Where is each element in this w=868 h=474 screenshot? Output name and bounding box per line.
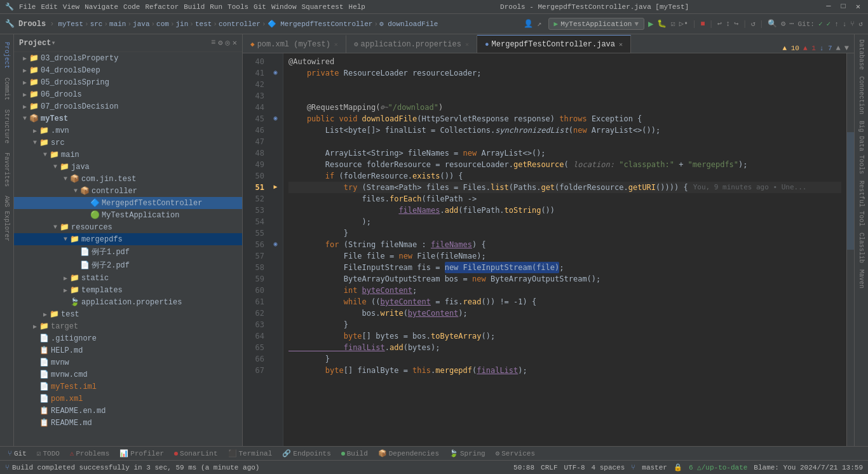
tree-item-04drools[interactable]: ▶ 📁 04_droolsDeep xyxy=(14,64,242,76)
status-encoding[interactable]: UTF-8 xyxy=(564,464,585,471)
status-line-sep[interactable]: CRLF xyxy=(541,464,557,471)
bc-src[interactable]: src xyxy=(90,20,103,28)
tree-item-target[interactable]: ▶ 📁 target xyxy=(14,320,242,332)
bc-com[interactable]: com xyxy=(156,20,169,28)
more-button[interactable]: ⋯ xyxy=(789,19,794,29)
maximize-button[interactable]: □ xyxy=(839,2,848,11)
project-locate[interactable]: ◎ xyxy=(226,38,230,48)
tree-item-readme[interactable]: ▶ 📋 README.md xyxy=(14,417,242,429)
minimize-button[interactable]: ─ xyxy=(824,2,833,11)
bc-mytest[interactable]: myTest xyxy=(58,20,83,28)
tree-item-file2[interactable]: ▶ 📄 例子2.pdf xyxy=(14,259,242,272)
tree-item-file1[interactable]: ▶ 📄 例子1.pdf xyxy=(14,245,242,259)
bc-java[interactable]: java xyxy=(133,20,149,28)
menu-code[interactable]: Code xyxy=(123,3,140,11)
tree-item-mvn[interactable]: ▶ 📁 .mvn xyxy=(14,125,242,137)
right-sidebar-connection[interactable]: Connection xyxy=(857,74,866,117)
bottom-tab-sonar[interactable]: SonarLint xyxy=(169,449,222,459)
right-sidebar-database[interactable]: Database xyxy=(857,37,866,72)
tree-item-main[interactable]: ▼ 📁 main xyxy=(14,149,242,161)
sidebar-icon-project[interactable]: Project xyxy=(2,39,11,71)
bottom-tab-services[interactable]: ⚙ Services xyxy=(491,448,540,459)
tab-pom[interactable]: ◆ pom.xml (myTest) ✕ xyxy=(243,35,346,53)
bc-main[interactable]: main xyxy=(109,20,126,28)
tree-item-07drools[interactable]: ▶ 📁 07_droolsDecision xyxy=(14,100,242,112)
step-over-button[interactable]: ↩ xyxy=(717,19,722,29)
menu-navigate[interactable]: Navigate xyxy=(85,3,118,11)
tab-down-arrow[interactable]: ▼ xyxy=(844,44,849,53)
git-up[interactable]: ↑ xyxy=(834,20,839,28)
tree-item-mergepdf-ctrl[interactable]: ▶ 🔷 MergepdfTestController xyxy=(14,197,242,209)
vcs-icon[interactable]: 👤 xyxy=(524,19,533,29)
git-down[interactable]: ↓ xyxy=(843,20,847,28)
tree-item-pom[interactable]: ▶ 📄 pom.xml xyxy=(14,393,242,405)
tree-item-mvnw-cmd[interactable]: ▶ 📄 mvnw.cmd xyxy=(14,369,242,381)
bottom-tab-problems[interactable]: ⚠ Problems xyxy=(65,448,114,459)
tree-item-src[interactable]: ▼ 📁 src xyxy=(14,137,242,149)
bc-test[interactable]: test xyxy=(195,20,212,28)
project-dropdown[interactable]: ▾ xyxy=(51,38,55,48)
menu-file[interactable]: File xyxy=(19,3,36,11)
right-sidebar-classlib[interactable]: Classlib xyxy=(857,230,866,266)
tree-item-resources[interactable]: ▼ 📁 resources xyxy=(14,221,242,233)
coverage-button[interactable]: ☑ xyxy=(670,19,675,29)
tab-ctrl-close[interactable]: ✕ xyxy=(619,41,623,48)
step-out-button[interactable]: ↪ xyxy=(734,19,738,29)
tree-item-mytest-app[interactable]: ▶ 🟢 MyTestApplication xyxy=(14,209,242,221)
git-revert[interactable]: ↺ xyxy=(858,20,863,28)
bottom-tab-build[interactable]: Build xyxy=(336,449,373,459)
tree-item-app-props[interactable]: ▶ 🍃 application.properties xyxy=(14,296,242,308)
status-line-col[interactable]: 50:88 xyxy=(513,464,534,471)
bottom-tab-deps[interactable]: 📦 Dependencies xyxy=(373,448,444,459)
cursor-icon[interactable]: ↗ xyxy=(537,19,541,29)
tree-item-gitignore[interactable]: ▶ 📄 .gitignore xyxy=(14,332,242,344)
bc-controller[interactable]: controller xyxy=(219,20,261,28)
tab-pom-close[interactable]: ✕ xyxy=(334,41,338,48)
status-blame[interactable]: Blame: You 2024/7/21 13:59 xyxy=(754,464,863,471)
run-with-button[interactable]: ▷• xyxy=(679,19,688,29)
sidebar-icon-structure[interactable]: Structure xyxy=(2,107,11,146)
project-collapse-all[interactable]: ≡ xyxy=(211,38,215,48)
bottom-tab-profiler[interactable]: 📊 Profiler xyxy=(114,448,169,459)
tab-up-arrow[interactable]: ▲ xyxy=(836,44,841,53)
tree-item-help-md[interactable]: ▶ 📋 HELP.md xyxy=(14,344,242,356)
right-sidebar-bigdata[interactable]: Big Data Tools xyxy=(857,118,866,177)
stop-button[interactable]: ■ xyxy=(700,20,705,29)
right-sidebar-restful[interactable]: Restful Tool xyxy=(857,178,866,229)
menu-run[interactable]: Run xyxy=(210,3,222,11)
tree-item-test[interactable]: ▶ 📁 test xyxy=(14,308,242,320)
tree-item-mergepdfs[interactable]: ▼ 📁 mergepdfs xyxy=(14,233,242,245)
tab-app-close[interactable]: ✕ xyxy=(465,41,469,48)
sidebar-icon-aws[interactable]: AWS Explorer xyxy=(2,193,11,244)
tree-item-readme-en[interactable]: ▶ 📋 README.en.md xyxy=(14,405,242,417)
bottom-tab-spring[interactable]: 🍃 Spring xyxy=(444,448,491,459)
close-button[interactable]: ✕ xyxy=(853,2,863,11)
menu-git[interactable]: Git xyxy=(254,3,266,11)
sidebar-icon-commit[interactable]: Commit xyxy=(2,75,11,103)
menu-edit[interactable]: Edit xyxy=(41,3,57,11)
bottom-tab-todo[interactable]: ☑ TODO xyxy=(32,448,65,459)
tab-controller[interactable]: ● MergepdfTestController.java ✕ xyxy=(477,35,631,53)
tree-item-06drools[interactable]: ▶ 📁 06_drools xyxy=(14,88,242,100)
bc-jin[interactable]: jin xyxy=(176,20,189,28)
tree-item-static[interactable]: ▶ 📁 static xyxy=(14,272,242,284)
menu-view[interactable]: View xyxy=(63,3,79,11)
bottom-tab-git[interactable]: ⑂ Git xyxy=(3,449,32,459)
menu-help[interactable]: Help xyxy=(349,3,365,11)
tree-item-mvnw[interactable]: ▶ 📄 mvnw xyxy=(14,356,242,369)
tab-app-props[interactable]: ⚙ application.properties ✕ xyxy=(346,35,477,53)
tree-item-com-jin[interactable]: ▼ 📦 com.jin.test xyxy=(14,173,242,185)
right-sidebar-maven[interactable]: Maven xyxy=(857,267,866,291)
menu-build[interactable]: Build xyxy=(184,3,205,11)
git-branch[interactable]: ⑂ xyxy=(850,20,855,28)
sidebar-icon-favorites[interactable]: Favorites xyxy=(2,150,11,189)
tree-item-iml[interactable]: ▶ 📄 myTest.iml xyxy=(14,381,242,393)
menu-window[interactable]: Window xyxy=(271,3,297,11)
tree-item-templates[interactable]: ▶ 📁 templates xyxy=(14,284,242,296)
bottom-tab-terminal[interactable]: ⬛ Terminal xyxy=(223,448,278,459)
settings-button[interactable]: ⚙ xyxy=(781,19,785,29)
tree-item-05drools[interactable]: ▶ 📁 05_droolsSpring xyxy=(14,76,242,88)
project-settings[interactable]: ⚙ xyxy=(218,38,222,48)
run-button[interactable]: ▶ xyxy=(648,18,653,29)
step-in-button[interactable]: ↕ xyxy=(726,20,730,29)
